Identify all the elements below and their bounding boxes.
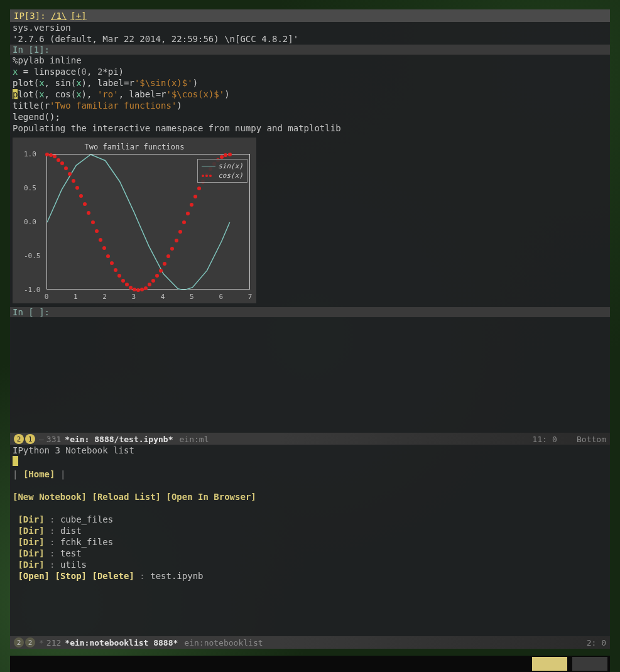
notebook-pane[interactable]: IP[3]: /1\[+] sys.version '2.7.6 (defaul… <box>10 9 610 433</box>
stop-file-button[interactable]: [Stop] <box>55 571 87 581</box>
tab-add[interactable]: [+] <box>70 11 86 21</box>
buffer-name: *ein: 8888/test.ipynb* <box>65 435 173 444</box>
modeline-top: 2 1 — 331 *ein: 8888/test.ipynb* ein:ml … <box>10 433 610 445</box>
chart-output: Two familiar functions sin(x) cos(x) -1.… <box>13 138 256 303</box>
dir-name[interactable]: fchk_files <box>60 537 113 547</box>
badge-buffer[interactable]: 2 <box>25 637 35 648</box>
dir-name[interactable]: utils <box>60 560 87 570</box>
open-browser-button[interactable]: [Open In Browser] <box>166 492 256 502</box>
dir-button[interactable]: [Dir] <box>18 526 44 536</box>
taskbar <box>10 656 610 672</box>
cell-2-code[interactable] <box>10 317 610 328</box>
cell-0-output: sys.version '2.7.6 (default, Mar 22 2014… <box>10 22 610 45</box>
notebooklist-pane[interactable]: IPython 3 Notebook list | [Home] | [New … <box>10 445 610 636</box>
tab-bar: IP[3]: /1\[+] <box>10 9 610 22</box>
nb-list-title: IPython 3 Notebook list <box>13 445 607 456</box>
dir-button[interactable]: [Dir] <box>18 560 44 570</box>
tab-current[interactable]: /1\ <box>51 11 67 21</box>
tab-prefix: IP[3]: <box>14 11 51 21</box>
major-mode: ein:notebooklist <box>184 638 263 648</box>
badge-buffer[interactable]: 1 <box>25 434 35 444</box>
cell-1-prompt: In [1]: <box>10 45 610 55</box>
dir-name[interactable]: dist <box>60 526 82 536</box>
tray-item[interactable] <box>532 657 567 671</box>
dir-button[interactable]: [Dir] <box>18 514 44 524</box>
dir-button[interactable]: [Dir] <box>18 548 44 558</box>
tray-item[interactable] <box>572 657 607 671</box>
open-file-button[interactable]: [Open] <box>18 571 50 581</box>
cell-2-prompt: In [ ]: <box>10 307 610 317</box>
file-name[interactable]: test.ipynb <box>150 571 203 581</box>
dir-button[interactable]: [Dir] <box>18 537 44 547</box>
buffer-name: *ein:notebooklist 8888* <box>65 638 178 648</box>
home-button[interactable]: [Home] <box>23 469 55 479</box>
chart-title: Two familiar functions <box>15 140 254 151</box>
cell-1-code[interactable]: %pylab inline x = linspace(0, 2*pi) plot… <box>10 55 610 134</box>
dir-name[interactable]: cube_files <box>60 514 113 524</box>
reload-list-button[interactable]: [Reload List] <box>92 492 161 502</box>
badge-workspace[interactable]: 2 <box>14 434 24 444</box>
dir-name[interactable]: test <box>60 548 82 558</box>
cursor <box>13 456 18 466</box>
badge-workspace[interactable]: 2 <box>14 637 24 648</box>
major-mode: ein:ml <box>180 435 209 444</box>
delete-file-button[interactable]: [Delete] <box>92 571 134 581</box>
chart-legend: sin(x) cos(x) <box>197 159 247 183</box>
new-notebook-button[interactable]: [New Notebook] <box>13 492 87 502</box>
modeline-bottom: 2 2 * 212 *ein:notebooklist 8888* ein:no… <box>10 636 610 649</box>
